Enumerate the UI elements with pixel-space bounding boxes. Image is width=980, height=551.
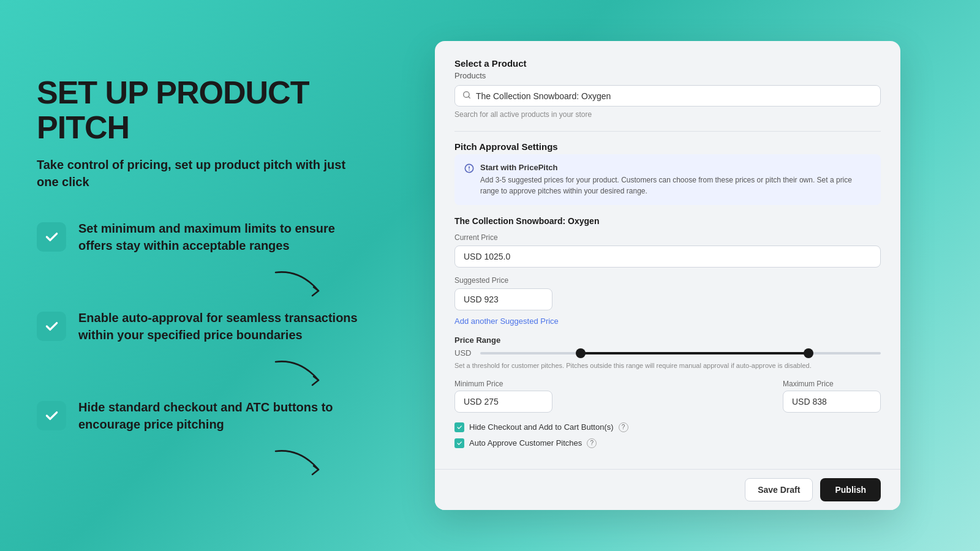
max-price-input[interactable]: USD 838	[783, 391, 881, 413]
auto-approve-row: Auto Approve Customer Pitches ?	[454, 438, 881, 448]
info-icon	[464, 163, 474, 197]
hide-checkout-help-icon[interactable]: ?	[619, 422, 628, 432]
feature-check-limits	[37, 222, 66, 252]
min-price-label: Minimum Price	[454, 380, 552, 388]
range-thumb-right[interactable]	[804, 348, 813, 358]
max-price-label: Maximum Price	[783, 380, 881, 388]
add-suggested-price-link[interactable]: Add another Suggested Price	[454, 317, 559, 326]
checkmark-icon-3	[43, 408, 59, 424]
feature-text-limits: Set minimum and maximum limits to ensure…	[78, 220, 368, 254]
info-banner: Start with PricePitch Add 3-5 suggested …	[454, 154, 881, 205]
feature-text-autoapprove: Enable auto-approval for seamless transa…	[78, 309, 368, 343]
search-hint: Search for all active products in your s…	[454, 110, 881, 119]
feature-check-hide	[37, 401, 66, 430]
feature-check-autoapprove	[37, 312, 66, 341]
page-title: SET UP PRODUCT PITCH	[37, 75, 368, 145]
info-banner-content: Start with PricePitch Add 3-5 suggested …	[480, 163, 871, 197]
publish-button[interactable]: Publish	[820, 478, 881, 501]
range-thumb-left[interactable]	[576, 348, 586, 358]
info-banner-text: Add 3-5 suggested prices for your produc…	[480, 174, 871, 197]
range-track[interactable]	[480, 352, 881, 354]
feature-text-hide: Hide standard checkout and ATC buttons t…	[78, 399, 368, 433]
range-hint: Set a threshold for customer pitches. Pi…	[454, 361, 881, 370]
arrow-icon-3	[270, 445, 331, 476]
price-range-label: Price Range	[454, 335, 881, 345]
arrow-icon-2	[270, 356, 331, 386]
product-search-value: The Collection Snowboard: Oxygen	[476, 91, 611, 101]
checkboxes-section: Hide Checkout and Add to Cart Button(s) …	[454, 422, 881, 448]
modal-body: Select a Product Products The Collection…	[435, 41, 900, 468]
select-product-title: Select a Product	[454, 58, 881, 69]
hide-checkout-label: Hide Checkout and Add to Cart Button(s)	[469, 422, 614, 432]
min-price-input[interactable]: USD 275	[454, 391, 552, 413]
right-panel: Select a Product Products The Collection…	[392, 41, 943, 509]
max-price-group: Maximum Price USD 838	[783, 380, 881, 413]
feature-item-hide: Hide standard checkout and ATC buttons t…	[37, 399, 368, 433]
checkmark-icon-2	[43, 318, 59, 334]
arrow-icon-1	[270, 266, 331, 297]
min-price-group: Minimum Price USD 275	[454, 380, 552, 413]
min-max-row: Minimum Price USD 275 Maximum Price USD …	[454, 380, 881, 413]
products-label: Products	[454, 71, 881, 80]
product-name: The Collection Snowboard: Oxygen	[454, 216, 881, 226]
svg-line-1	[469, 97, 470, 99]
modal-card: Select a Product Products The Collection…	[435, 41, 900, 509]
feature-item-autoapprove: Enable auto-approval for seamless transa…	[37, 309, 368, 343]
left-panel: SET UP PRODUCT PITCH Take control of pri…	[37, 75, 392, 476]
divider-1	[454, 131, 881, 132]
search-icon	[462, 91, 471, 101]
save-draft-button[interactable]: Save Draft	[745, 478, 813, 501]
auto-approve-help-icon[interactable]: ?	[587, 438, 597, 448]
pitch-approval-title: Pitch Approval Settings	[454, 141, 881, 152]
arrow-3	[37, 445, 368, 476]
suggested-price-input[interactable]: USD 923	[454, 288, 552, 310]
suggested-price-wrapper: USD 923	[454, 288, 881, 310]
hide-checkout-row: Hide Checkout and Add to Cart Button(s) …	[454, 422, 881, 432]
select-product-section: Select a Product Products The Collection…	[454, 58, 881, 119]
range-slider-row: USD	[454, 348, 881, 358]
checkbox-check-icon-2	[456, 440, 462, 446]
page-subtitle: Take control of pricing, set up product …	[37, 156, 368, 190]
pitch-approval-section: Pitch Approval Settings Start with Price…	[454, 141, 881, 205]
checkbox-check-icon	[456, 424, 462, 430]
checkmark-icon	[43, 229, 59, 245]
arrow-1	[37, 266, 368, 297]
auto-approve-checkbox[interactable]	[454, 438, 464, 448]
range-fill	[581, 352, 809, 354]
hide-checkout-checkbox[interactable]	[454, 422, 464, 432]
product-price-section: The Collection Snowboard: Oxygen Current…	[454, 216, 881, 335]
current-price-label: Current Price	[454, 233, 881, 242]
product-search-wrapper[interactable]: The Collection Snowboard: Oxygen	[454, 85, 881, 107]
info-banner-title: Start with PricePitch	[480, 163, 871, 172]
feature-item-limits: Set minimum and maximum limits to ensure…	[37, 220, 368, 254]
arrow-2	[37, 356, 368, 386]
price-range-section: Price Range USD Set a threshold for cust…	[454, 335, 881, 412]
current-price-input[interactable]: USD 1025.0	[454, 246, 881, 268]
usd-label: USD	[454, 348, 473, 358]
suggested-price-label: Suggested Price	[454, 276, 881, 285]
feature-list: Set minimum and maximum limits to ensure…	[37, 220, 368, 476]
auto-approve-label: Auto Approve Customer Pitches	[469, 438, 582, 448]
modal-footer: Save Draft Publish	[435, 469, 900, 510]
